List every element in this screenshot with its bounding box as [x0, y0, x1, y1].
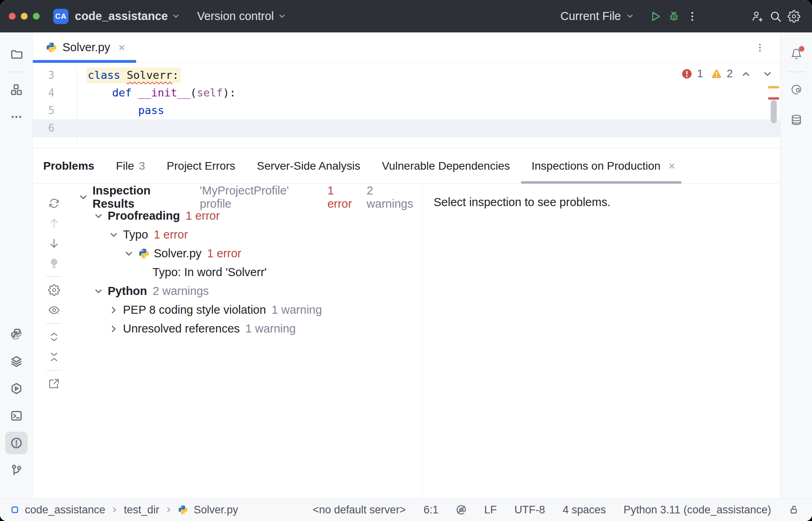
- structure-tool-button[interactable]: [5, 78, 28, 101]
- code-editor[interactable]: 3 4 5 6 class Solverr: def __init__(self…: [33, 63, 780, 148]
- tab-file[interactable]: File 3: [116, 148, 145, 183]
- problems-tool-button[interactable]: [5, 432, 28, 454]
- toolbar-divider: [46, 277, 62, 277]
- debug-button[interactable]: [665, 7, 683, 26]
- error-count: 1: [697, 68, 703, 80]
- run-configuration-selector[interactable]: Current File: [561, 10, 635, 23]
- project-name: code_assistance: [75, 10, 168, 23]
- warning-count-label: 2 warnings: [153, 285, 209, 298]
- editor-scrollbar[interactable]: [771, 100, 777, 123]
- rerun-inspection-button[interactable]: [46, 195, 62, 211]
- warning-stripe-mark[interactable]: [768, 86, 779, 88]
- chevron-down-icon: [626, 12, 634, 20]
- warning-count-label: 1 warning: [271, 303, 322, 317]
- right-tool-rail: [780, 32, 812, 498]
- inspection-settings-button[interactable]: [46, 282, 62, 298]
- run-button[interactable]: [646, 7, 665, 26]
- indent: [86, 104, 138, 116]
- chevron-down-icon[interactable]: [93, 286, 104, 297]
- problems-tab-bar: Problems File 3 Project Errors Server-Si…: [33, 148, 780, 184]
- chevron-down-icon[interactable]: [78, 192, 88, 202]
- expand-all-button[interactable]: [46, 329, 62, 345]
- breadcrumb-file[interactable]: Solver.py: [194, 504, 238, 516]
- services-tool-button[interactable]: [5, 350, 28, 373]
- tree-row-solver-file[interactable]: Solver.py 1 error: [75, 244, 422, 263]
- git-tool-button[interactable]: [5, 459, 28, 481]
- ide-window: CA code_assistance Version control Curre…: [0, 0, 812, 521]
- minimize-window-button[interactable]: [21, 13, 28, 20]
- structure-icon: [10, 84, 22, 96]
- vcs-widget[interactable]: Version control: [197, 10, 286, 23]
- previous-problem-toolbar-button[interactable]: [46, 215, 62, 231]
- notifications-button[interactable]: [785, 43, 808, 65]
- terminal-tool-button[interactable]: [5, 405, 28, 427]
- profile-name: 'MyProjectProfile' profile: [200, 184, 322, 210]
- status-bar: code_assistance test_dir Solver.py <no d…: [0, 498, 812, 521]
- search-everywhere-button[interactable]: [766, 7, 785, 26]
- inspections-widget[interactable]: 1 2: [681, 68, 773, 80]
- typo-highlight: class Solverr:: [86, 68, 181, 83]
- code-line-4: def __init__(self):: [86, 84, 780, 102]
- arrow-down-icon: [48, 237, 60, 249]
- tree-row-typo[interactable]: Typo 1 error: [75, 225, 422, 244]
- tab-inspections-on-production[interactable]: Inspections on Production: [531, 148, 675, 183]
- open-in-new-window-button[interactable]: [46, 376, 62, 392]
- highlighting-level-icon[interactable]: [456, 505, 466, 515]
- chevron-down-icon[interactable]: [93, 211, 104, 221]
- settings-button[interactable]: [785, 7, 803, 26]
- tab-server-side-analysis[interactable]: Server-Side Analysis: [257, 148, 360, 183]
- breadcrumb-dir[interactable]: test_dir: [124, 504, 159, 516]
- interpreter-widget[interactable]: Python 3.11 (code_assistance): [623, 504, 771, 516]
- error-stripe-mark[interactable]: [768, 97, 779, 100]
- caret-position-widget[interactable]: 6:1: [424, 504, 439, 516]
- tab-options-button[interactable]: [752, 40, 768, 56]
- terminal-icon: [10, 410, 22, 422]
- tree-row-python[interactable]: Python 2 warnings: [75, 282, 422, 301]
- python-packages-icon: [10, 328, 22, 340]
- expand-all-icon: [48, 331, 60, 343]
- editor-tab-solver[interactable]: Solver.py: [33, 32, 136, 62]
- quick-fix-button[interactable]: [46, 255, 62, 271]
- breadcrumb-project[interactable]: code_assistance: [25, 504, 105, 516]
- previous-problem-button[interactable]: [741, 69, 751, 79]
- chevron-down-icon[interactable]: [124, 248, 134, 259]
- encoding-widget[interactable]: UTF-8: [515, 504, 545, 516]
- play-icon: [649, 10, 662, 23]
- chevron-right-icon[interactable]: [109, 324, 119, 334]
- next-problem-toolbar-button[interactable]: [46, 235, 62, 251]
- database-button[interactable]: [785, 109, 808, 131]
- chevron-right-icon[interactable]: [109, 305, 119, 315]
- view-options-button[interactable]: [46, 302, 62, 318]
- error-badge-icon: [681, 68, 692, 79]
- project-widget[interactable]: code_assistance: [75, 10, 180, 23]
- tab-project-errors[interactable]: Project Errors: [167, 148, 235, 183]
- python-packages-tool-button[interactable]: [5, 323, 28, 345]
- more-actions-button[interactable]: [683, 7, 701, 26]
- tree-row-inspection-results[interactable]: Inspection Results 'MyProjectProfile' pr…: [75, 188, 422, 206]
- selected-tab-indicator: [521, 181, 681, 184]
- code-with-me-button[interactable]: [748, 7, 766, 26]
- close-window-button[interactable]: [9, 13, 16, 20]
- zoom-window-button[interactable]: [33, 13, 40, 20]
- chevron-right-icon: [165, 506, 172, 513]
- next-problem-button[interactable]: [762, 69, 773, 79]
- rail-divider: [8, 72, 25, 72]
- ai-assistant-button[interactable]: [785, 78, 808, 101]
- chevron-down-icon[interactable]: [109, 230, 119, 240]
- tab-vulnerable-dependencies[interactable]: Vulnerable Dependencies: [382, 148, 510, 183]
- collapse-all-button[interactable]: [46, 349, 62, 365]
- inspection-detail-pane: Select inspection to see problems.: [422, 184, 780, 498]
- indent-widget[interactable]: 4 spaces: [563, 504, 606, 516]
- project-tool-button[interactable]: [5, 43, 28, 65]
- punctuation-token: (: [190, 86, 197, 99]
- tree-row-unresolved-references[interactable]: Unresolved references 1 warning: [75, 319, 422, 338]
- tree-row-pep8[interactable]: PEP 8 coding style violation 1 warning: [75, 301, 422, 319]
- line-separator-widget[interactable]: LF: [484, 504, 497, 516]
- more-tool-windows-button[interactable]: [5, 106, 28, 128]
- unlocked-padlock-icon[interactable]: [789, 505, 799, 515]
- close-tab-icon[interactable]: [118, 44, 126, 52]
- tree-row-typo-message[interactable]: Typo: In word 'Solverr': [75, 263, 422, 282]
- run-tool-button[interactable]: [5, 377, 28, 400]
- close-tab-icon[interactable]: [668, 162, 676, 170]
- default-server-widget[interactable]: <no default server>: [313, 504, 406, 516]
